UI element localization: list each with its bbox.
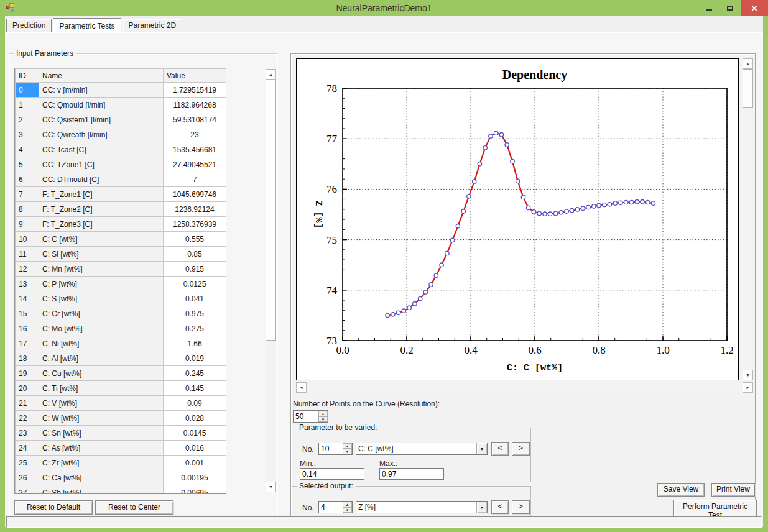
parameter-next-button[interactable]: > [512, 442, 530, 456]
cell-name[interactable]: CC: Qwreath [l/min] [39, 127, 164, 142]
cell-value[interactable]: 1535.456681 [164, 142, 226, 157]
cell-name[interactable]: CC: Qsistem1 [l/min] [39, 112, 164, 127]
cell-name[interactable]: F: T_Zone2 [C] [39, 202, 164, 217]
output-combobox[interactable]: Z [%] ▼ [356, 501, 488, 513]
cell-id[interactable]: 5 [16, 157, 39, 172]
cell-name[interactable]: C: Ca [wt%] [39, 470, 164, 485]
minimize-button[interactable] [698, 0, 719, 16]
cell-value[interactable]: 0.85 [164, 247, 226, 262]
cell-id[interactable]: 13 [16, 277, 39, 291]
spin-down-icon[interactable]: ▼ [343, 449, 352, 454]
cell-value[interactable]: 59.53108174 [164, 112, 226, 127]
cell-name[interactable]: C: W [wt%] [39, 411, 164, 426]
cell-id[interactable]: 19 [16, 366, 39, 381]
chevron-down-icon[interactable]: ▼ [476, 502, 487, 513]
cell-name[interactable]: C: Mn [wt%] [39, 262, 164, 277]
reset-to-default-button[interactable]: Reset to Default [14, 500, 93, 515]
cell-value[interactable]: 0.00195 [164, 470, 226, 485]
cell-name[interactable]: C: Si [wt%] [39, 247, 164, 262]
table-scrollbar-thumb[interactable] [266, 80, 276, 341]
cell-name[interactable]: C: Ni [wt%] [39, 336, 164, 351]
cell-id[interactable]: 10 [16, 232, 39, 247]
cell-value[interactable]: 1236.92124 [164, 202, 226, 217]
save-view-button[interactable]: Save View [657, 483, 705, 497]
cell-value[interactable]: 1.729515419 [164, 83, 226, 98]
cell-name[interactable]: C: Cr [wt%] [39, 306, 164, 321]
output-next-button[interactable]: > [512, 500, 530, 514]
chevron-down-icon[interactable]: ▼ [476, 443, 487, 454]
cell-value[interactable]: 0.00695 [164, 485, 226, 495]
cell-name[interactable]: C: P [wt%] [39, 277, 164, 291]
cell-name[interactable]: C: Sn [wt%] [39, 426, 164, 441]
cell-value[interactable]: 0.09 [164, 396, 226, 411]
cell-id[interactable]: 6 [16, 172, 39, 187]
cell-id[interactable]: 14 [16, 291, 39, 306]
output-no-input[interactable] [319, 502, 342, 513]
cell-id[interactable]: 18 [16, 351, 39, 366]
output-no-spinner[interactable]: ▲ ▼ [318, 501, 353, 513]
cell-id[interactable]: 24 [16, 441, 39, 456]
cell-id[interactable]: 0 [16, 83, 39, 98]
cell-id[interactable]: 16 [16, 321, 39, 336]
column-header-value[interactable]: Value [164, 69, 226, 83]
tab-prediction[interactable]: Prediction [6, 19, 52, 32]
cell-value[interactable]: 0.275 [164, 321, 226, 336]
parameter-no-spinner[interactable]: ▲ ▼ [318, 443, 353, 455]
chart-horizontal-scrollbar[interactable]: ◄ ► [296, 382, 753, 393]
cell-value[interactable]: 1.66 [164, 336, 226, 351]
spin-down-icon[interactable]: ▼ [343, 507, 352, 513]
cell-id[interactable]: 9 [16, 217, 39, 232]
spin-up-icon[interactable]: ▲ [343, 502, 352, 507]
parameter-prev-button[interactable]: < [491, 442, 509, 456]
cell-name[interactable]: C: Mo [wt%] [39, 321, 164, 336]
print-view-button[interactable]: Print View [711, 483, 755, 497]
cell-value[interactable]: 0.028 [164, 411, 226, 426]
spin-down-icon[interactable]: ▼ [318, 416, 328, 422]
cell-value[interactable]: 0.016 [164, 441, 226, 456]
cell-name[interactable]: CC: DTmould [C] [39, 172, 164, 187]
cell-name[interactable]: CC: v [m/min] [39, 83, 164, 98]
cell-id[interactable]: 20 [16, 381, 39, 396]
spin-up-icon[interactable]: ▲ [318, 411, 328, 416]
scroll-right-button[interactable]: ► [743, 382, 753, 393]
cell-id[interactable]: 25 [16, 456, 39, 470]
scroll-up-button[interactable]: ▲ [743, 58, 753, 69]
cell-value[interactable]: 0.245 [164, 366, 226, 381]
cell-name[interactable]: C: Zr [wt%] [39, 456, 164, 470]
cell-id[interactable]: 4 [16, 142, 39, 157]
tab-parametric-2d[interactable]: Parametric 2D [123, 19, 183, 32]
column-header-name[interactable]: Name [39, 69, 164, 83]
cell-name[interactable]: F: T_Zone1 [C] [39, 187, 164, 202]
cell-value[interactable]: 27.49045521 [164, 157, 226, 172]
chart-vertical-scrollbar[interactable]: ▲ ▼ [743, 58, 753, 380]
reset-to-center-button[interactable]: Reset to Center [95, 500, 173, 515]
cell-id[interactable]: 26 [16, 470, 39, 485]
cell-value[interactable]: 1045.699746 [164, 187, 226, 202]
chart-vscrollbar-thumb[interactable] [743, 69, 753, 108]
scroll-up-button[interactable]: ▲ [266, 69, 276, 80]
resolution-input[interactable] [294, 411, 318, 422]
cell-name[interactable]: F: T_Zone3 [C] [39, 217, 164, 232]
cell-value[interactable]: 0.975 [164, 306, 226, 321]
cell-id[interactable]: 2 [16, 112, 39, 127]
cell-value[interactable]: 23 [164, 127, 226, 142]
cell-value[interactable]: 0.145 [164, 381, 226, 396]
max-input[interactable] [379, 468, 444, 480]
min-input[interactable] [300, 468, 364, 480]
cell-name[interactable]: C: V [wt%] [39, 396, 164, 411]
cell-name[interactable]: C: Cu [wt%] [39, 366, 164, 381]
resolution-spinner[interactable]: ▲ ▼ [293, 410, 328, 423]
cell-value[interactable]: 0.001 [164, 456, 226, 470]
cell-id[interactable]: 17 [16, 336, 39, 351]
cell-id[interactable]: 1 [16, 98, 39, 112]
spin-up-icon[interactable]: ▲ [343, 443, 352, 449]
cell-name[interactable]: C: Ti [wt%] [39, 381, 164, 396]
cell-id[interactable]: 11 [16, 247, 39, 262]
maximize-button[interactable] [719, 0, 741, 16]
cell-value[interactable]: 1182.964268 [164, 98, 226, 112]
cell-name[interactable]: CC: Qmould [l/min] [39, 98, 164, 112]
cell-value[interactable]: 0.0125 [164, 277, 226, 291]
scroll-down-button[interactable]: ▼ [266, 482, 276, 492]
scroll-down-button[interactable]: ▼ [743, 370, 753, 380]
cell-id[interactable]: 3 [16, 127, 39, 142]
